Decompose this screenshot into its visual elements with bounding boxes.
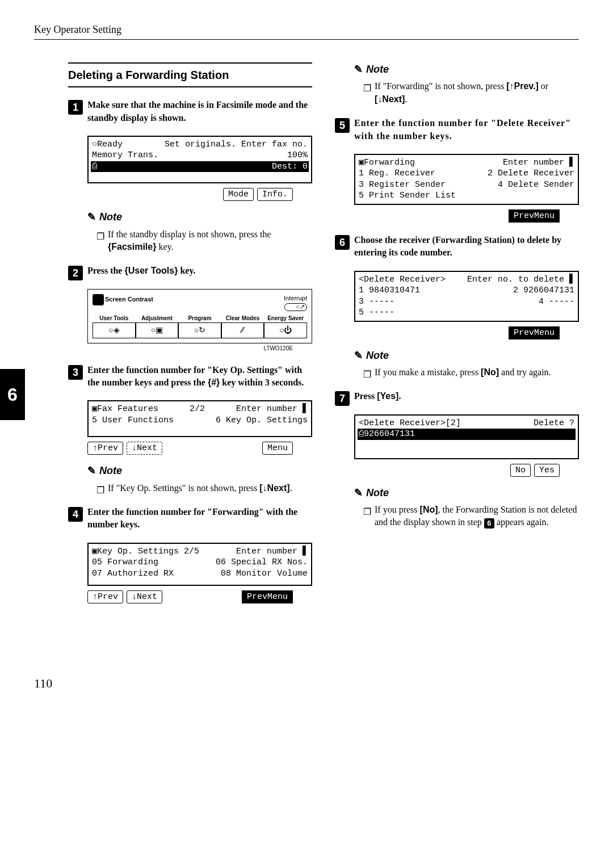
energysaver-panel-key[interactable]: ○⏻ xyxy=(264,322,307,338)
lcd-text: 08 Monitor Volume xyxy=(221,568,308,580)
control-panel: Screen Contrast Interrupt ○↗ User Tools … xyxy=(87,289,312,343)
program-panel-key[interactable]: ○↻ xyxy=(178,322,221,338)
lcd-text: Enter number ▋ xyxy=(236,404,308,415)
contrast-knob-icon xyxy=(93,294,104,305)
bullet-icon: ❐ xyxy=(363,506,371,518)
lcd-fax-features: ▣Fax Features2/2Enter number ▋ 5 User Fu… xyxy=(87,400,312,437)
lcd-delete-confirm: <Delete Receiver>[2]Delete ? ⎙9266047131 xyxy=(354,414,579,459)
next-button[interactable]: ↓Next xyxy=(127,590,162,603)
prev-button[interactable]: ↑Prev xyxy=(87,590,123,603)
lcd-text: Enter number ▋ xyxy=(236,546,308,557)
usertools-panel-key[interactable]: ○◈ xyxy=(93,322,136,338)
lcd-text: 1 9840310471 xyxy=(359,285,420,296)
lcd-buttons-d: PrevMenu xyxy=(354,209,560,223)
menu-button[interactable]: Menu xyxy=(262,442,293,455)
pencil-icon: ✎ xyxy=(87,210,96,224)
step-badge-7: 7 xyxy=(335,391,350,406)
note-text: If the standby display is not shown, pre… xyxy=(108,229,271,239)
contrast-label: Screen Contrast xyxy=(105,295,153,304)
lcd-buttons-a: Mode Info. xyxy=(87,188,293,201)
step-4: 4 Enter the function number for "Forward… xyxy=(68,506,312,531)
note-text: If "Key Op. Settings" is not shown, pres… xyxy=(108,483,259,493)
program-icon: ↻ xyxy=(199,325,205,336)
note-heading: ✎ Note xyxy=(335,349,579,363)
info-button[interactable]: Info. xyxy=(257,188,293,201)
pencil-icon: ✎ xyxy=(354,62,363,77)
lcd-text: 5 ----- xyxy=(359,307,394,318)
yes-button[interactable]: Yes xyxy=(534,464,560,477)
section-heading: Deleting a Forwarding Station xyxy=(68,62,312,87)
prev-key: [↑Prev.] xyxy=(506,81,539,91)
bullet-icon: ❐ xyxy=(96,484,104,497)
pencil-icon: ✎ xyxy=(87,464,96,478)
bullet-icon: ❐ xyxy=(96,230,104,243)
lcd-text: ▣Key Op. Settings 2/5 xyxy=(92,546,199,557)
lcd-buttons-c: ↑Prev ↓Next PrevMenu xyxy=(87,590,293,603)
lcd-forwarding: ▣ForwardingEnter number ▋ 1 Reg. Receive… xyxy=(354,154,579,205)
lcd-text: 05 Forwarding xyxy=(92,557,158,568)
step-badge-4: 4 xyxy=(68,507,83,522)
yes-key: [Yes] xyxy=(377,391,398,401)
step-badge-3: 3 xyxy=(68,365,83,380)
next-button[interactable]: ↓Next xyxy=(127,442,162,455)
panel-label: Clear Modes xyxy=(221,315,264,322)
lcd-text: ○Ready xyxy=(92,139,123,150)
no-button[interactable]: No xyxy=(510,464,531,477)
note-item: ❐ If you press [No], the Forwarding Stat… xyxy=(363,504,579,529)
note-title: Note xyxy=(366,62,389,77)
step-4-text: Enter the function number for "Forwardin… xyxy=(87,506,312,531)
lcd-text: Dest: 0 xyxy=(272,161,308,173)
usertools-key: User Tools xyxy=(128,266,175,275)
lcd-text: <Delete Receiver> xyxy=(359,274,446,286)
note-heading: ✎ Note xyxy=(335,486,579,500)
step-6-text: Choose the receiver (Forwarding Station)… xyxy=(354,234,579,259)
clearmodes-panel-key[interactable]: ⁄⁄ xyxy=(221,322,264,338)
lcd-text: Enter number ▋ xyxy=(503,157,574,169)
left-column: Deleting a Forwarding Station 1 Make sur… xyxy=(34,62,312,607)
bullet-icon: ❐ xyxy=(363,368,371,381)
figure-caption: LTWO120E xyxy=(68,345,293,353)
lcd-text: 4 ----- xyxy=(539,296,574,308)
note-heading: ✎ Note xyxy=(68,464,312,478)
note-title: Note xyxy=(366,349,389,363)
note-title: Note xyxy=(99,464,122,478)
note-title: Note xyxy=(366,486,389,500)
lcd-text: ⎙9266047131 xyxy=(359,429,415,440)
lcd-text: 2 Delete Receiver xyxy=(488,168,574,179)
prevmenu-button[interactable]: PrevMenu xyxy=(509,326,560,339)
page-header: Key Operator Setting xyxy=(34,23,579,40)
diamond-icon: ◈ xyxy=(114,325,120,336)
lcd-standby: ○ReadySet originals. Enter fax no. Memor… xyxy=(87,136,312,184)
step-badge-1: 1 xyxy=(68,100,83,115)
mode-button[interactable]: Mode xyxy=(223,188,254,201)
lcd-text: 2/2 xyxy=(190,404,205,415)
lcd-text: 4 Delete Sender xyxy=(498,179,574,191)
step-5-text: Enter the function number for "Delete Re… xyxy=(354,117,579,142)
lcd-text: 06 Special RX Nos. xyxy=(216,557,308,568)
no-key: [No] xyxy=(420,505,438,514)
note-text: or xyxy=(539,81,548,91)
prevmenu-button[interactable]: PrevMenu xyxy=(509,209,560,223)
lcd-text: ⎙ xyxy=(92,161,97,173)
note-text: . xyxy=(405,94,407,104)
facsimile-key: Facsimile xyxy=(111,242,153,251)
pencil-icon: ✎ xyxy=(354,349,363,363)
hash-key: # xyxy=(211,378,216,387)
next-key: [↓Next] xyxy=(259,483,289,493)
pencil-icon: ✎ xyxy=(354,486,363,500)
bullet-icon: ❐ xyxy=(363,82,371,95)
power-icon: ⏻ xyxy=(284,325,292,336)
adjustment-panel-key[interactable]: ○▣ xyxy=(136,322,179,338)
prev-button[interactable]: ↑Prev xyxy=(87,442,123,455)
note-text: If you make a mistake, press xyxy=(375,367,481,377)
step-7-text-b: . xyxy=(398,391,401,401)
lcd-buttons-e: PrevMenu xyxy=(354,326,560,339)
step-7-text: Press xyxy=(354,391,377,401)
panel-label: Energy Saver xyxy=(264,315,307,322)
note-heading: ✎ Note xyxy=(68,210,312,224)
note-text: If "Forwarding" is not shown, press xyxy=(375,81,506,91)
step-3-text-b: key within 3 seconds. xyxy=(220,378,304,387)
note-item: ❐ If the standby display is not shown, p… xyxy=(96,228,312,254)
note-text: If you press xyxy=(375,505,420,514)
prevmenu-button[interactable]: PrevMenu xyxy=(242,590,293,603)
